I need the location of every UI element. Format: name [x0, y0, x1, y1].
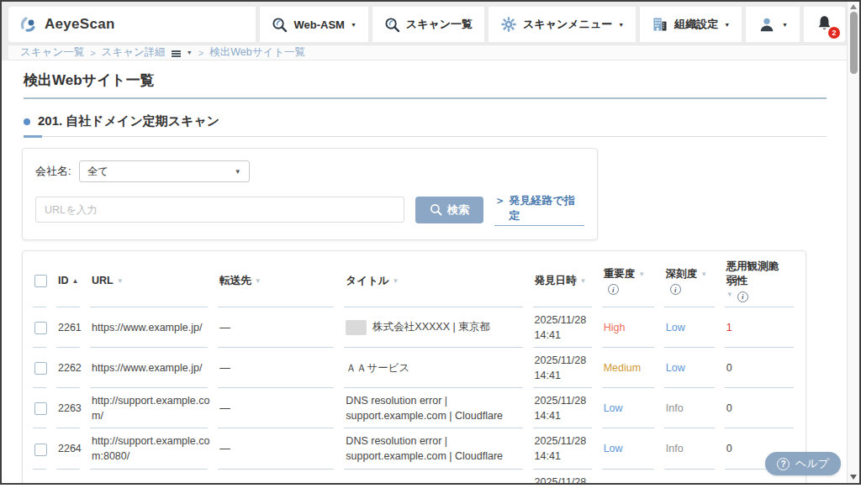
- scan-section-header: 201. 自社ドメイン定期スキャン: [24, 113, 827, 137]
- breadcrumb-current: 検出Webサイト一覧: [209, 45, 305, 60]
- notification-badge: 2: [828, 27, 840, 39]
- help-button[interactable]: ? ヘルプ: [765, 452, 841, 475]
- cell-url: http://hs.example.jp/: [90, 470, 218, 486]
- cell-severity: Info: [664, 428, 725, 469]
- scrollbar-thumb[interactable]: [850, 12, 858, 74]
- sort-desc-icon[interactable]: ▼: [255, 277, 261, 285]
- sort-asc-icon[interactable]: ▲: [72, 277, 79, 285]
- cell-title: ＡＡサービス: [344, 348, 532, 388]
- gear-icon: [500, 16, 517, 33]
- chevron-down-icon: ▼: [618, 22, 624, 28]
- column-header-forward[interactable]: 転送先▼: [218, 255, 344, 307]
- cell-forward: https://hs.aexample.jp/: [218, 470, 344, 486]
- bullet-icon: [24, 118, 30, 125]
- column-header-exploit[interactable]: 悪用観測脆弱性 ▼i: [725, 255, 795, 307]
- column-header-severity[interactable]: 深刻度▼i: [664, 255, 725, 307]
- logo-text: AeyeScan: [45, 16, 115, 33]
- cell-id: 2261: [56, 307, 90, 348]
- column-header-url[interactable]: URL▼: [90, 255, 218, 307]
- question-icon: ?: [777, 458, 790, 470]
- chevron-down-icon: ▼: [351, 22, 357, 28]
- nav-item-user-menu[interactable]: ▼: [746, 7, 800, 42]
- cell-forward: —: [218, 388, 344, 428]
- breadcrumb-scan-list[interactable]: スキャン一覧: [20, 45, 84, 60]
- cell-url: https://www.example.jp/: [90, 348, 218, 388]
- nav-item-notifications[interactable]: 2: [804, 7, 845, 42]
- cell-severity: Info: [664, 470, 725, 486]
- breadcrumb-scan-detail[interactable]: スキャン詳細: [102, 45, 166, 60]
- table-row[interactable]: 2263 http://support.example.com/ — DNS r…: [33, 388, 795, 428]
- detected-websites-table: ID▲ URL▼ 転送先▼ タイトル▼: [33, 255, 795, 485]
- sort-desc-icon[interactable]: ▼: [638, 270, 645, 278]
- cell-forward: —: [218, 348, 344, 388]
- scan-section-title: 201. 自社ドメイン定期スキャン: [38, 113, 219, 129]
- cell-id: 2262: [56, 348, 90, 388]
- sort-desc-icon[interactable]: ▼: [726, 291, 733, 298]
- table-row[interactable]: 2264 http://support.example.com:8080/ — …: [33, 428, 795, 469]
- user-icon: [758, 15, 776, 34]
- table-row[interactable]: 2261 https://www.example.jp/ — 株式会社XXXXX…: [33, 307, 795, 348]
- magnifier-icon: [430, 203, 442, 216]
- chevron-down-icon: ▼: [724, 22, 730, 28]
- vertical-scrollbar[interactable]: [847, 2, 859, 483]
- cell-exploit-count: 0: [725, 348, 795, 388]
- aeyescan-logo-icon: [18, 14, 39, 34]
- nav-item-org-settings[interactable]: 組織設定 ▼: [640, 7, 742, 42]
- row-checkbox[interactable]: [34, 402, 47, 415]
- info-icon[interactable]: i: [737, 291, 748, 302]
- browser-viewport: AeyeScan Web-ASM ▼: [0, 0, 861, 485]
- sort-desc-icon[interactable]: ▼: [117, 277, 124, 285]
- select-all-checkbox[interactable]: [34, 275, 47, 287]
- row-checkbox[interactable]: [34, 444, 47, 456]
- url-search-input[interactable]: [35, 197, 404, 223]
- nav-item-scan-list[interactable]: スキャン一覧: [372, 7, 484, 42]
- cell-importance: None: [602, 470, 664, 486]
- column-header-title[interactable]: タイトル▼: [344, 255, 532, 307]
- company-select-value: 全て: [87, 165, 108, 179]
- breadcrumb-separator: >: [198, 48, 203, 58]
- cell-url: http://support.example.com:8080/: [90, 428, 218, 469]
- cell-severity: Low: [664, 307, 725, 348]
- chevron-down-icon: ▼: [782, 22, 788, 28]
- sort-desc-icon[interactable]: ▼: [580, 277, 587, 285]
- company-label: 会社名:: [35, 164, 71, 179]
- row-checkbox[interactable]: [34, 362, 47, 375]
- row-checkbox[interactable]: [34, 484, 47, 485]
- cell-title: ＡＡサービス: [344, 470, 532, 486]
- row-checkbox[interactable]: [34, 322, 47, 334]
- top-navbar: AeyeScan Web-ASM ▼: [8, 7, 845, 42]
- column-header-found[interactable]: 発見日時▼: [533, 255, 602, 307]
- cell-importance: High: [602, 307, 664, 348]
- company-select[interactable]: 全て ▼: [79, 160, 250, 182]
- nav-item-scan-menu[interactable]: スキャンメニュー ▼: [489, 7, 636, 42]
- chevron-down-icon[interactable]: ▼: [187, 50, 193, 55]
- cell-found: 2025/11/28 14:41: [533, 348, 602, 388]
- scan-detail-menu-icon[interactable]: [172, 50, 181, 57]
- breadcrumb: スキャン一覧 > スキャン詳細 ▼ > 検出Webサイト一覧: [8, 45, 847, 60]
- cell-url: http://support.example.com/: [90, 388, 218, 428]
- top-nav-strip: AeyeScan Web-ASM ▼: [2, 2, 847, 45]
- column-header-importance[interactable]: 重要度▼i: [602, 255, 664, 307]
- scrollbar-up-arrow[interactable]: [850, 4, 857, 9]
- redacted-favicon: [346, 320, 367, 335]
- chevron-right-icon: ＞: [494, 193, 505, 223]
- column-header-id[interactable]: ID▲: [56, 255, 90, 307]
- discovery-route-link[interactable]: ＞ 発見経路で指定: [494, 193, 584, 226]
- scrollbar-down-arrow[interactable]: [850, 475, 857, 480]
- app-frame: AeyeScan Web-ASM ▼: [0, 0, 861, 504]
- info-icon[interactable]: i: [608, 284, 619, 295]
- filter-panel: 会社名: 全て ▼ 検索: [22, 148, 598, 240]
- table-row[interactable]: 2265 http://hs.example.jp/ https://hs.ae…: [33, 470, 795, 486]
- search-button[interactable]: 検索: [415, 197, 484, 223]
- cell-forward: —: [218, 428, 344, 469]
- sort-desc-icon[interactable]: ▼: [393, 277, 399, 285]
- nav-item-web-asm[interactable]: Web-ASM ▼: [260, 7, 367, 42]
- info-icon[interactable]: i: [670, 284, 681, 295]
- cell-id: 2264: [56, 428, 90, 469]
- sort-desc-icon[interactable]: ▼: [700, 270, 707, 278]
- cell-url: https://www.example.jp/: [90, 307, 218, 348]
- table-row[interactable]: 2262 https://www.example.jp/ — ＡＡサービス 20…: [33, 348, 795, 388]
- cell-found: 2025/11/28 14:41: [533, 388, 602, 428]
- cell-found: 2025/11/28 14:41: [533, 428, 602, 469]
- logo[interactable]: AeyeScan: [8, 7, 256, 42]
